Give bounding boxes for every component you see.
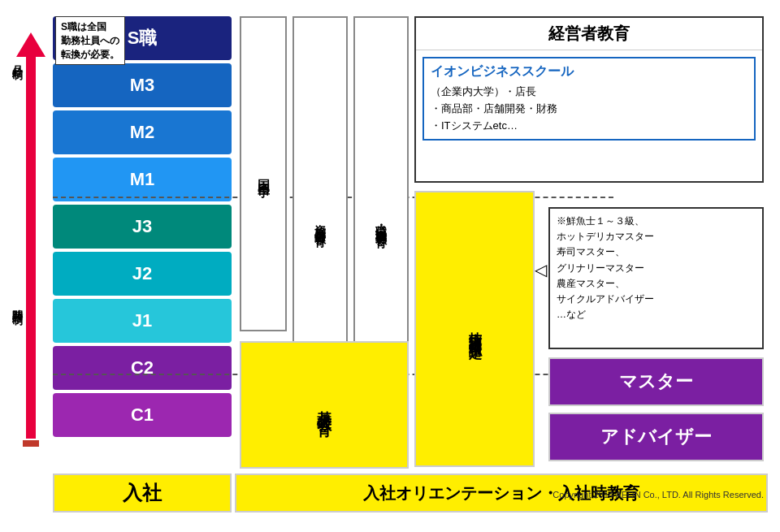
note-box: ※鮮魚士１～３級、 ホットデリカマスター 寿司マスター、 グリナリーマスター 農… <box>548 207 764 349</box>
arrow-shaft <box>26 57 36 439</box>
main-container: 月給制 時間給制 S職は全国 勤務社員への 転換が必要。 S職 M3 M2 M1… <box>0 0 780 532</box>
label-jikan: 時間給制 <box>10 301 24 307</box>
grade-c2: C2 <box>53 346 232 390</box>
aeon-school-title: イオンビジネススクール <box>431 63 748 80</box>
master-label: マスター <box>619 370 693 394</box>
grade-m1: M1 <box>53 158 232 201</box>
grade-m2: M2 <box>53 110 232 154</box>
gijutsu-box: 技術訓練・資格認定 <box>414 191 535 467</box>
callout-box: S職は全国 勤務社員への 転換が必要。 <box>55 16 125 65</box>
advisor-label: アドバイザー <box>600 425 712 449</box>
keieisha-title: 経営者教育 <box>416 18 762 50</box>
note-text: ※鮮魚士１～３級、 ホットデリカマスター 寿司マスター、 グリナリーマスター 農… <box>557 215 654 320</box>
keieisha-box: 経営者教育 イオンビジネススクール （企業内大学）・店長 ・商品部・店舗開発・財… <box>414 16 764 183</box>
grade-m3: M3 <box>53 63 232 107</box>
grade-j1: J1 <box>53 299 232 343</box>
arrow-bottom <box>23 440 39 447</box>
kokunai-ryugaku-col: 国内留学 <box>240 16 287 331</box>
grades-area: S職 M3 M2 M1 J3 J2 J1 C2 C1 <box>53 16 232 440</box>
grade-j3: J3 <box>53 205 232 249</box>
master-box: マスター <box>548 357 764 406</box>
label-tsuki: 月給制 <box>10 57 24 62</box>
grade-c1: C1 <box>53 393 232 437</box>
advisor-box: アドバイザー <box>548 413 764 461</box>
kiso-label: 基礎教育 <box>314 399 334 412</box>
nyusha-label: 入社 <box>53 474 232 513</box>
arrow-container <box>15 32 47 447</box>
nyusha-label-text: 入社 <box>123 480 162 506</box>
shikaku-label: 資格別登用教育 <box>313 216 327 227</box>
shokuishu-label: 職位・職種別教育 <box>374 215 388 228</box>
aeon-school-box: イオンビジネススクール （企業内大学）・店長 ・商品部・店舗開発・財務 ・ITシ… <box>422 57 756 141</box>
arrow-up-icon <box>16 32 46 57</box>
kiso-col: 基礎教育 <box>240 341 409 469</box>
copyright: Copyright 2014 AEON Co., LTD. All Rights… <box>552 490 764 500</box>
gijutsu-arrow-icon: ◁ <box>535 260 547 279</box>
callout-text: S職は全国 勤務社員への 転換が必要。 <box>61 21 119 60</box>
grade-j2: J2 <box>53 252 232 296</box>
gijutsu-label: 技術訓練・資格認定 <box>466 322 483 336</box>
aeon-school-desc: （企業内大学）・店長 ・商品部・店舗開発・財務 ・ITシステムetc… <box>431 84 748 134</box>
content-area: 月給制 時間給制 S職は全国 勤務社員への 転換が必要。 S職 M3 M2 M1… <box>8 8 772 504</box>
kokunai-label: 国内留学 <box>256 169 271 179</box>
